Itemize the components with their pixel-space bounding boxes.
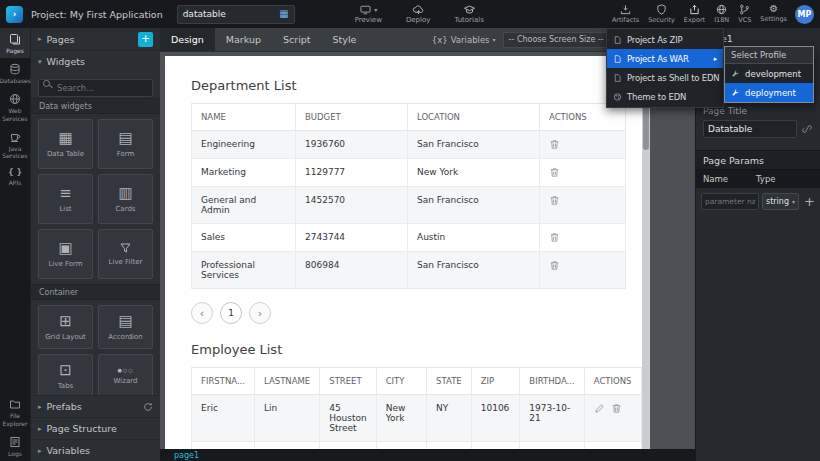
widget-search: [31, 72, 160, 98]
globe-icon: [716, 4, 727, 15]
widget-wizard[interactable]: ●○○ Wizard: [98, 354, 153, 395]
submenu-item-development[interactable]: development: [725, 64, 813, 83]
chevron-right-icon: ▸: [38, 35, 42, 43]
deploy-button[interactable]: Deploy: [406, 5, 431, 24]
canvas-scrollbar[interactable]: [642, 56, 650, 449]
tabs-icon: ⊡: [59, 363, 72, 378]
left-panel-bottom-sections: ▸ Prefabs ▸ Page Structure ▸ Variables: [31, 395, 160, 461]
rail-item-databases[interactable]: Databases: [0, 58, 30, 88]
rail-item-apis[interactable]: { } APIs: [0, 163, 30, 190]
container-widgets-label: Container: [31, 284, 160, 300]
delete-row-icon[interactable]: [549, 167, 560, 178]
add-param-button[interactable]: +: [804, 195, 815, 208]
employee-list-title: Employee List: [191, 342, 642, 357]
refresh-icon[interactable]: [143, 402, 153, 412]
delete-row-icon[interactable]: [549, 195, 560, 206]
widgets-section-header[interactable]: ▾ Widgets: [31, 50, 160, 72]
delete-row-icon[interactable]: [549, 260, 560, 271]
variables-icon: {x}: [432, 35, 448, 45]
param-name-input[interactable]: [701, 193, 759, 210]
shell-file-icon: [613, 73, 622, 83]
table-row[interactable]: Sales 2743744 Austin: [192, 224, 626, 252]
widget-data-table[interactable]: ▦ Data Table: [38, 119, 93, 169]
page-structure-section-header[interactable]: ▸ Page Structure: [31, 417, 160, 439]
chevron-down-icon: ▾: [38, 58, 42, 66]
delete-row-icon[interactable]: [549, 232, 560, 243]
vcs-button[interactable]: VCS: [738, 4, 751, 24]
tab-style[interactable]: Style: [322, 28, 368, 51]
security-button[interactable]: Security: [648, 4, 675, 24]
table-row[interactable]: Eric Lin 45 Houston Street New York NY 1…: [192, 395, 642, 442]
employee-table[interactable]: FIRSTNA... LASTNAME STREET CITY STATE ZI…: [191, 367, 642, 449]
tab-script[interactable]: Script: [272, 28, 322, 51]
delete-row-icon[interactable]: [549, 139, 560, 150]
edit-row-icon[interactable]: [594, 403, 605, 414]
rail-spacer: [0, 190, 30, 393]
page-title-input[interactable]: [703, 120, 797, 138]
design-canvas[interactable]: Department List NAME BUDGET LOCATION ACT…: [165, 56, 642, 449]
search-input[interactable]: [38, 79, 153, 97]
prefabs-section-header[interactable]: ▸ Prefabs: [31, 395, 160, 417]
grid-view-icon[interactable]: ▦: [279, 9, 288, 19]
widget-live-form[interactable]: ▣ Live Form: [38, 229, 93, 279]
widget-cards[interactable]: ▥ Cards: [98, 174, 153, 224]
page-selector[interactable]: datatable ▦: [177, 5, 295, 24]
widget-live-filter[interactable]: Live Filter: [98, 229, 153, 279]
tutorials-button[interactable]: Tutorials: [454, 5, 483, 24]
download-icon: [620, 4, 631, 15]
rail-item-web-services[interactable]: Web Services: [0, 88, 30, 125]
department-table[interactable]: NAME BUDGET LOCATION ACTIONS Engineering…: [191, 103, 626, 289]
submenu-item-deployment[interactable]: deployment: [725, 83, 813, 102]
menu-item-project-as-zip[interactable]: Project As ZIP: [607, 30, 723, 49]
pager-next-button[interactable]: ›: [249, 302, 271, 324]
variables-section-header[interactable]: ▸ Variables: [31, 439, 160, 461]
rail-item-logs[interactable]: Logs: [0, 431, 30, 461]
export-button[interactable]: Export: [684, 4, 705, 24]
preview-button[interactable]: ▾ Preview: [355, 5, 382, 24]
pager-page-button[interactable]: 1: [220, 302, 242, 324]
artifacts-button[interactable]: Artifacts: [612, 4, 639, 24]
open-page-tab[interactable]: page1: [174, 451, 199, 460]
tab-design[interactable]: Design: [160, 28, 215, 51]
table-row[interactable]: Brad Tucker 25 Liberty Pl Boston MA 0212…: [192, 442, 642, 450]
param-type-select[interactable]: string ▾: [762, 193, 799, 210]
container-widgets-grid: ⊞ Grid Layout ▤ Accordion ⊡ Tabs ●○○ Wiz…: [31, 300, 160, 395]
widget-form[interactable]: ▤ Form: [98, 119, 153, 169]
table-row[interactable]: Professional Services 806984 San Francis…: [192, 252, 626, 289]
widget-tabs[interactable]: ⊡ Tabs: [38, 354, 93, 395]
pager-prev-button[interactable]: ‹: [191, 302, 213, 324]
tab-markup[interactable]: Markup: [215, 28, 272, 51]
add-page-button[interactable]: +: [138, 32, 153, 47]
widget-accordion[interactable]: ▤ Accordion: [98, 305, 153, 349]
submenu-arrow-icon: ▸: [714, 55, 717, 63]
theme-palette-icon: [613, 92, 622, 102]
form-icon: ▤: [118, 131, 132, 146]
list-icon: ≡: [59, 186, 72, 201]
topbar-actions: ▾ Preview Deploy Tutorials: [355, 5, 484, 24]
coffee-cup-icon: [9, 131, 21, 143]
rail-item-pages[interactable]: Pages: [0, 28, 30, 58]
pagination: ‹ 1 ›: [191, 302, 642, 324]
table-row[interactable]: Marketing 1129777 New York: [192, 159, 626, 187]
menu-item-project-shell-edn[interactable]: Project as Shell to EDN: [607, 68, 723, 87]
topbar-tools: Artifacts Security Export I18N: [612, 4, 787, 24]
user-avatar[interactable]: MP: [795, 5, 814, 24]
table-row[interactable]: General and Admin 1452570 San Francisco: [192, 187, 626, 224]
menu-item-theme-edn[interactable]: Theme to EDN: [607, 87, 723, 106]
globe-icon: [9, 93, 21, 105]
menu-item-project-as-war[interactable]: Project As WAR ▸: [607, 49, 723, 68]
export-menu: Project As ZIP Project As WAR ▸ Project …: [606, 28, 724, 108]
table-row[interactable]: Engineering 1936760 San Francisco: [192, 131, 626, 159]
rail-item-file-explorer[interactable]: File Explorer: [0, 393, 30, 430]
widget-grid-layout[interactable]: ⊞ Grid Layout: [38, 305, 93, 349]
pages-section-header[interactable]: ▸ Pages +: [31, 28, 160, 50]
delete-row-icon[interactable]: [611, 403, 622, 414]
params-table-header: Name Type: [696, 170, 820, 188]
table-header-row: NAME BUDGET LOCATION ACTIONS: [192, 104, 626, 131]
settings-button[interactable]: ⚙ Settings: [760, 4, 787, 24]
rail-item-java-services[interactable]: Java Services: [0, 126, 30, 163]
bind-link-icon[interactable]: [801, 123, 813, 135]
widget-list[interactable]: ≡ List: [38, 174, 93, 224]
i18n-button[interactable]: I18N: [714, 4, 729, 24]
variables-dropdown[interactable]: {x} Variables ▾: [432, 35, 496, 45]
